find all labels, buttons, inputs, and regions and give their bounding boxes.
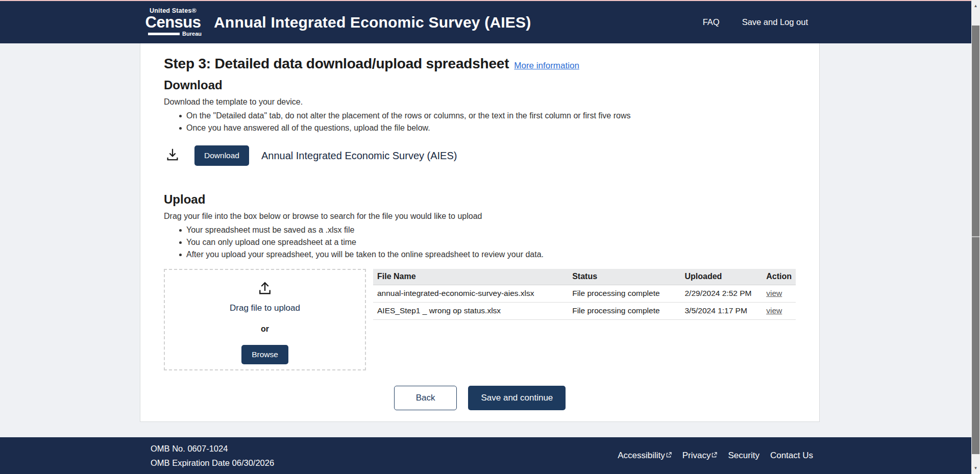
- uploaded-files-table-wrap: File Name Status Uploaded Action annual-…: [373, 269, 796, 370]
- omb-expiration: OMB Expiration Date 06/30/2026: [151, 456, 274, 470]
- uploaded-cell: 2/29/2024 2:52 PM: [681, 285, 763, 302]
- file-dropzone[interactable]: Drag file to upload or Browse: [164, 269, 366, 370]
- step-card: Step 3: Detailed data download/upload sp…: [140, 43, 820, 422]
- upload-heading: Upload: [164, 192, 796, 207]
- download-button[interactable]: Download: [194, 145, 249, 166]
- top-edge-line: [0, 0, 980, 1]
- page-title: Annual Integrated Economic Survey (AIES): [214, 14, 531, 31]
- action-cell: view: [762, 285, 796, 302]
- status-cell: File processing complete: [568, 302, 680, 319]
- scroll-thumb[interactable]: [972, 26, 979, 454]
- download-intro: Download the template to your device.: [164, 97, 796, 107]
- download-row: Download Annual Integrated Economic Surv…: [165, 145, 796, 166]
- omb-info: OMB No. 0607-1024 OMB Expiration Date 06…: [151, 441, 274, 470]
- census-bureau-logo[interactable]: United States® Census Bureau: [144, 8, 202, 37]
- file-name-cell: AIES_Step1 _ wrong op status.xlsx: [373, 302, 568, 319]
- save-and-logout-link[interactable]: Save and Log out: [742, 17, 808, 27]
- action-cell: view: [762, 302, 796, 319]
- contact-us-link[interactable]: Contact Us: [770, 451, 813, 461]
- uploaded-cell: 3/5/2024 1:17 PM: [681, 302, 763, 319]
- external-link-icon: [712, 450, 717, 460]
- upload-bullet: After you upload your spreadsheet, you w…: [179, 248, 796, 261]
- upload-bullet: Your spreadsheet must be saved as a .xls…: [179, 224, 796, 236]
- browse-button[interactable]: Browse: [241, 345, 288, 364]
- upload-icon: [256, 280, 274, 301]
- form-actions: Back Save and continue: [164, 386, 796, 410]
- logo-bureau: Bureau: [182, 31, 202, 37]
- logo-bureau-row: Bureau: [144, 31, 202, 37]
- vertical-scrollbar[interactable]: ▲ ▼: [971, 0, 980, 474]
- contact-us-link-label: Contact Us: [770, 451, 813, 461]
- upload-bullet-list: Your spreadsheet must be saved as a .xls…: [179, 224, 796, 261]
- scroll-up-arrow[interactable]: ▲: [971, 2, 980, 10]
- table-header-row: File Name Status Uploaded Action: [373, 269, 796, 285]
- save-and-continue-button[interactable]: Save and continue: [468, 386, 566, 410]
- download-bullet-list: On the "Detailed data" tab, do not alter…: [179, 110, 796, 134]
- upload-area: Drag file to upload or Browse File Name …: [164, 269, 796, 370]
- scroll-down-arrow[interactable]: ▼: [971, 464, 980, 472]
- page-background: Step 3: Detailed data download/upload sp…: [0, 43, 971, 437]
- table-row: AIES_Step1 _ wrong op status.xlsx File p…: [373, 302, 796, 319]
- step-heading: Step 3: Detailed data download/upload sp…: [164, 56, 509, 72]
- view-file-link[interactable]: view: [766, 306, 782, 315]
- view-file-link[interactable]: view: [766, 289, 782, 297]
- status-cell: File processing complete: [568, 285, 680, 302]
- step-heading-row: Step 3: Detailed data download/upload sp…: [164, 56, 796, 72]
- column-header-status: Status: [568, 269, 680, 285]
- file-name-cell: annual-integrated-economic-survey-aies.x…: [373, 285, 568, 302]
- download-heading: Download: [164, 78, 796, 92]
- table-row: annual-integrated-economic-survey-aies.x…: [373, 285, 796, 302]
- accessibility-link[interactable]: Accessibility: [618, 451, 672, 461]
- download-icon: [165, 147, 180, 164]
- app-footer: OMB No. 0607-1024 OMB Expiration Date 06…: [0, 437, 971, 474]
- more-information-link[interactable]: More information: [514, 61, 579, 71]
- column-header-uploaded: Uploaded: [681, 269, 763, 285]
- download-bullet: Once you have answered all of the questi…: [179, 122, 796, 134]
- privacy-link-label: Privacy: [682, 451, 711, 461]
- column-header-action: Action: [762, 269, 796, 285]
- footer-links: Accessibility Privacy Security Contact U…: [618, 451, 813, 461]
- security-link[interactable]: Security: [728, 451, 759, 461]
- faq-link[interactable]: FAQ: [703, 17, 720, 27]
- upload-intro: Drag your file into the box below or bro…: [164, 212, 796, 221]
- external-link-icon: [666, 450, 672, 460]
- app-header: United States® Census Bureau Annual Inte…: [0, 1, 971, 43]
- column-header-file-name: File Name: [373, 269, 568, 285]
- privacy-link[interactable]: Privacy: [682, 451, 718, 461]
- back-button[interactable]: Back: [394, 386, 457, 410]
- download-bullet: On the "Detailed data" tab, do not alter…: [179, 110, 796, 122]
- or-label: or: [261, 325, 269, 334]
- header-links: FAQ Save and Log out: [703, 17, 808, 27]
- logo-underline-bar: [148, 33, 180, 35]
- scroll-thumb-seam: [972, 236, 979, 237]
- logo-census: Census: [144, 14, 202, 30]
- uploaded-files-table: File Name Status Uploaded Action annual-…: [373, 269, 796, 320]
- security-link-label: Security: [728, 451, 759, 461]
- accessibility-link-label: Accessibility: [618, 451, 665, 461]
- omb-number: OMB No. 0607-1024: [151, 441, 274, 456]
- upload-bullet: You can only upload one spreadsheet at a…: [179, 236, 796, 248]
- drag-file-label: Drag file to upload: [230, 303, 300, 313]
- header-left: United States® Census Bureau Annual Inte…: [144, 8, 703, 37]
- download-file-label: Annual Integrated Economic Survey (AIES): [261, 150, 457, 162]
